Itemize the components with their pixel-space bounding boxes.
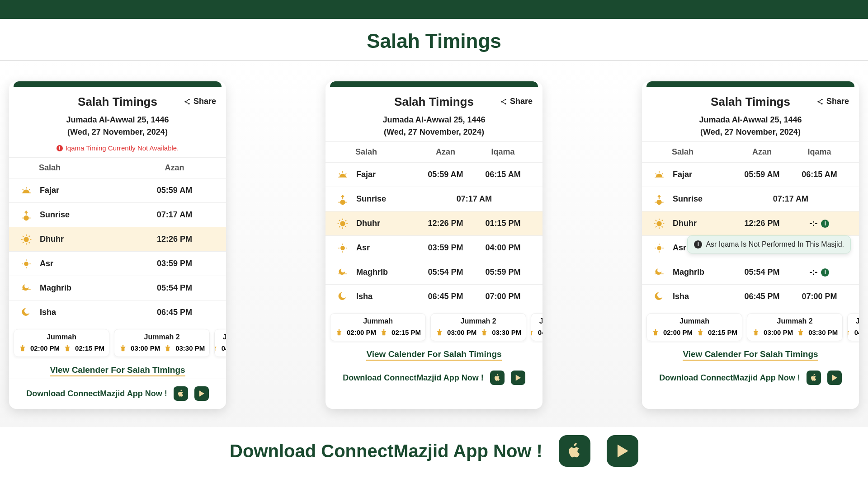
cards-row: Share Salah Timings Jumada Al-Awwal 25, … [0,61,868,427]
azan-time: 03:59 PM [134,259,215,268]
azan-time: 07:17 AM [134,210,215,220]
view-calendar-link[interactable]: View Calender For Salah Timings [366,349,501,361]
jummah-card[interactable]: Jum 04:00 PM [531,313,542,341]
jummah-times: 02:00 PM 02:15 PM [651,328,737,336]
jummah-times: 03:00 PM 03:30 PM [752,328,838,336]
isha-icon [336,291,349,303]
salah-card: Share Salah Timings Jumada Al-Awwal 25, … [642,81,859,409]
maghrib-icon [336,267,349,278]
table-row: Asr03:59 PM [9,251,226,276]
isha-icon [653,291,665,303]
download-label: Download ConnectMazjid App Now ! [659,373,800,383]
salah-name-cell: Fajar [336,169,417,181]
salah-name: Fajar [356,170,376,179]
azan-time: 12:26 PM [134,235,215,244]
salah-icon [164,344,172,352]
azan-time: 05:54 PM [134,283,215,293]
col-azan: Azan [134,163,215,173]
playstore-button-large[interactable] [607,435,638,467]
share-label: Share [510,97,533,106]
gregorian-date: (Wed, 27 November, 2024) [326,127,542,137]
share-icon [184,98,191,105]
playstore-button[interactable] [511,371,525,385]
salah-name: Dhuhr [40,235,64,244]
fajr-icon [336,169,349,181]
share-button[interactable]: Share [500,97,533,106]
salah-name-cell: Isha [336,291,417,303]
jummah-card[interactable]: Jummah 2 03:00 PM 03:30 PM [430,313,526,341]
col-salah: Salah [20,163,134,173]
khutbah-icon [19,344,27,352]
view-calendar-link[interactable]: View Calender For Salah Timings [50,365,185,376]
jummah-times: 04:00 PM [219,344,226,352]
salah-name-cell: Asr [336,242,417,254]
view-calendar-link-wrap: View Calender For Salah Timings [326,349,542,359]
jummah-card[interactable]: Jummah 2 03:00 PM 03:30 PM [114,329,210,357]
appstore-button[interactable] [490,371,505,385]
jummah-title: Jummah [651,317,737,325]
playstore-button[interactable] [827,371,842,385]
salah-name: Isha [673,292,689,301]
jummah-strip: Jummah 02:00 PM 02:15 PM Jummah 2 03:00 … [642,309,859,343]
share-button[interactable]: Share [816,97,849,106]
iqama-time: 01:15 PM [474,219,532,228]
appstore-button[interactable] [807,371,821,385]
table-row: Isha06:45 PM07:00 PM [326,284,542,309]
jummah-strip: Jummah 02:00 PM 02:15 PM Jummah 2 03:00 … [326,309,542,343]
sunrise-icon [20,209,33,221]
salah-name: Sunrise [673,194,703,204]
salah-name: Maghrib [40,283,71,293]
appstore-button-large[interactable] [559,435,590,467]
salah-name-cell: Maghrib [336,267,417,278]
warning-text: Iqama Timing Currently Not Available. [66,144,179,152]
iqama-time: -:-i [791,219,848,228]
salah-name: Isha [40,308,56,317]
jummah-title: Jummah 2 [119,333,205,341]
playstore-button[interactable] [194,386,209,401]
table-row: Dhuhr12:26 PM01:15 PM [326,211,542,235]
view-calendar-link-wrap: View Calender For Salah Timings [642,349,859,359]
jummah-times: 04:00 PM [852,328,859,336]
salah-name: Dhuhr [356,219,380,228]
salah-name: Asr [40,259,53,268]
table-row: Isha06:45 PM [9,300,226,324]
info-icon[interactable]: i [821,268,829,277]
salah-name-cell: Dhuhr [336,218,417,230]
azan-time: 06:45 PM [134,308,215,317]
jummah-title: Jummah 2 [435,317,521,325]
iqama-time: 05:59 PM [474,267,532,277]
jummah-card[interactable]: Jummah 02:00 PM 02:15 PM [330,313,426,341]
khutbah-icon [752,328,760,336]
azan-time: 07:17 AM [733,194,848,204]
table-header: Salah Azan [9,157,226,178]
jummah-card[interactable]: Jummah 02:00 PM 02:15 PM [646,313,742,341]
view-calendar-link[interactable]: View Calender For Salah Timings [683,349,818,361]
appstore-button[interactable] [174,386,188,401]
salah-name-cell: Dhuhr [20,234,134,245]
salah-name: Fajar [673,170,692,179]
table-row: Sunrise07:17 AM [9,202,226,227]
jummah-card[interactable]: Jummah 02:00 PM 02:15 PM [14,329,109,357]
jummah-title: Jummah 2 [752,317,838,325]
table-row: Dhuhr12:26 PM [9,227,226,251]
jummah-card[interactable]: Jum 04:00 PM [214,329,226,357]
footer-cta-text: Download ConnectMazjid App Now ! [230,441,542,461]
salah-name: Asr [673,243,686,253]
download-row: Download ConnectMazjid App Now ! [642,363,859,393]
fajr-icon [20,185,33,197]
jummah-card[interactable]: Jummah 2 03:00 PM 03:30 PM [747,313,843,341]
info-icon[interactable]: i [821,220,829,228]
table-header: Salah Azan Iqama [642,141,859,162]
salah-name: Maghrib [356,267,388,277]
salah-name: Asr [356,243,370,253]
jummah-times: 04:00 PM [536,328,542,336]
salah-card: Share Salah Timings Jumada Al-Awwal 25, … [326,81,542,409]
jummah-title: Jummah [19,333,104,341]
jummah-card[interactable]: Jum 04:00 PM [847,313,859,341]
khutbah-icon [651,328,660,336]
view-calendar-link-wrap: View Calender For Salah Timings [9,365,226,375]
isha-icon [20,307,33,319]
khutbah-icon [119,344,127,352]
share-button[interactable]: Share [184,97,216,106]
col-salah: Salah [653,147,733,157]
